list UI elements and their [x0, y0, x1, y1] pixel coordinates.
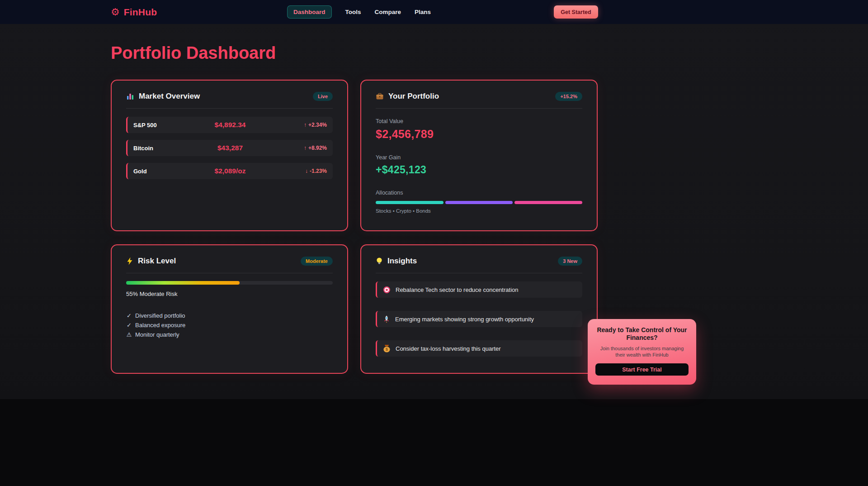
- insight-row: Rebalance Tech sector to reduce concentr…: [376, 281, 582, 298]
- insight-text: Emerging markets showing strong growth o…: [395, 316, 534, 323]
- risk-item-text: Balanced exposure: [135, 322, 185, 329]
- warning-icon: ⚠: [126, 331, 132, 338]
- brand-name: FinHub: [124, 7, 157, 18]
- nav-link-compare[interactable]: Compare: [375, 9, 401, 15]
- allocation-bar: [376, 201, 582, 204]
- allocation-segment: [514, 201, 582, 204]
- allocation-segment: [376, 201, 443, 204]
- gear-icon: ⚙: [111, 7, 120, 17]
- market-change: ↑ +2.34%: [304, 122, 327, 128]
- svg-text:$: $: [386, 347, 388, 352]
- page-title: Portfolio Dashboard: [111, 43, 276, 63]
- allocation-segment: [445, 201, 513, 204]
- rocket-icon: [383, 315, 390, 323]
- market-name: S&P 500: [133, 122, 157, 129]
- bulb-icon: [376, 257, 383, 265]
- market-row-sp500: S&P 500 $4,892.34 ↑ +2.34%: [126, 117, 333, 133]
- nav-link-dashboard[interactable]: Dashboard: [287, 5, 332, 19]
- market-rows: S&P 500 $4,892.34 ↑ +2.34% Bitcoin $43,2…: [126, 117, 333, 179]
- briefcase-icon: [376, 92, 384, 100]
- card-header: Your Portfolio +15.2%: [376, 92, 582, 109]
- change-text: +8.92%: [308, 145, 327, 151]
- card-title-market: Market Overview: [139, 92, 200, 101]
- main-nav: Dashboard Tools Compare Plans: [287, 0, 431, 24]
- nav-link-plans[interactable]: Plans: [415, 9, 431, 15]
- bar-chart-icon: [126, 92, 134, 100]
- risk-list-item: ⚠ Monitor quarterly: [126, 330, 333, 339]
- total-value-label: Total Value: [376, 118, 582, 124]
- risk-level-card: Risk Level Moderate 55% Moderate Risk ✓ …: [111, 244, 348, 374]
- risk-progress-fill: [126, 281, 240, 285]
- risk-progress-track: [126, 281, 333, 285]
- change-text: -1.23%: [310, 168, 327, 174]
- year-gain-label: Year Gain: [376, 154, 582, 161]
- insight-rows: Rebalance Tech sector to reduce concentr…: [376, 281, 582, 357]
- card-title-risk: Risk Level: [138, 257, 176, 266]
- market-name: Gold: [133, 168, 147, 175]
- market-name: Bitcoin: [133, 145, 153, 152]
- total-value: $2,456,789: [376, 128, 582, 141]
- risk-list-item: ✓ Diversified portfolio: [126, 311, 333, 320]
- risk-list-item: ✓ Balanced exposure: [126, 320, 333, 330]
- get-started-button[interactable]: Get Started: [554, 5, 598, 19]
- navbar: ⚙ FinHub Dashboard Tools Compare Plans G…: [0, 0, 868, 24]
- market-change: ↓ -1.23%: [305, 168, 327, 174]
- allocation-caption: Stocks • Crypto • Bonds: [376, 208, 582, 214]
- year-gain-value: +$425,123: [376, 164, 582, 176]
- insight-row: Emerging markets showing strong growth o…: [376, 311, 582, 327]
- cta-card: Ready to Take Control of Your Finances? …: [588, 319, 696, 385]
- market-change: ↑ +8.92%: [304, 145, 327, 151]
- nav-link-tools[interactable]: Tools: [345, 9, 361, 15]
- portfolio-gain-badge: +15.2%: [555, 92, 582, 101]
- card-title-portfolio: Your Portfolio: [388, 92, 439, 101]
- risk-list: ✓ Diversified portfolio ✓ Balanced expos…: [126, 311, 333, 339]
- dashboard-grid: Market Overview Live S&P 500 $4,892.34 ↑…: [111, 80, 598, 374]
- insights-new-badge: 3 New: [558, 257, 582, 266]
- risk-item-text: Monitor quarterly: [135, 331, 179, 338]
- check-icon: ✓: [126, 322, 132, 329]
- insight-text: Rebalance Tech sector to reduce concentr…: [396, 286, 518, 293]
- card-header: Risk Level Moderate: [126, 257, 333, 273]
- arrow-down-icon: ↓: [305, 168, 308, 174]
- arrow-up-icon: ↑: [304, 145, 307, 151]
- risk-badge: Moderate: [301, 257, 333, 266]
- market-overview-card: Market Overview Live S&P 500 $4,892.34 ↑…: [111, 80, 348, 231]
- market-value: $4,892.34: [215, 121, 246, 129]
- insights-card: Insights 3 New Rebalance Tech sector to …: [360, 244, 598, 374]
- arrow-up-icon: ↑: [304, 122, 307, 128]
- card-header: Insights 3 New: [376, 257, 582, 273]
- market-value: $43,287: [217, 144, 243, 152]
- money-bag-icon: $: [383, 344, 391, 353]
- start-free-trial-button[interactable]: Start Free Trial: [595, 363, 689, 376]
- allocations-label: Allocations: [376, 190, 582, 196]
- risk-item-text: Diversified portfolio: [135, 312, 185, 319]
- cta-title: Ready to Take Control of Your Finances?: [595, 326, 689, 342]
- market-value: $2,089/oz: [215, 167, 246, 175]
- portfolio-card: Your Portfolio +15.2% Total Value $2,456…: [360, 80, 598, 231]
- market-row-gold: Gold $2,089/oz ↓ -1.23%: [126, 163, 333, 179]
- insight-text: Consider tax-loss harvesting this quarte…: [396, 345, 501, 352]
- brand-logo[interactable]: ⚙ FinHub: [111, 0, 157, 24]
- live-badge: Live: [313, 92, 333, 101]
- insight-row: $ Consider tax-loss harvesting this quar…: [376, 340, 582, 357]
- cta-subtitle: Join thousands of investors managing the…: [595, 345, 689, 358]
- target-icon: [383, 286, 391, 294]
- card-title-insights: Insights: [387, 257, 417, 266]
- card-header: Market Overview Live: [126, 92, 333, 109]
- risk-caption: 55% Moderate Risk: [126, 291, 333, 297]
- lightning-icon: [126, 257, 133, 265]
- check-icon: ✓: [126, 312, 132, 319]
- change-text: +2.34%: [308, 122, 327, 128]
- market-row-bitcoin: Bitcoin $43,287 ↑ +8.92%: [126, 140, 333, 156]
